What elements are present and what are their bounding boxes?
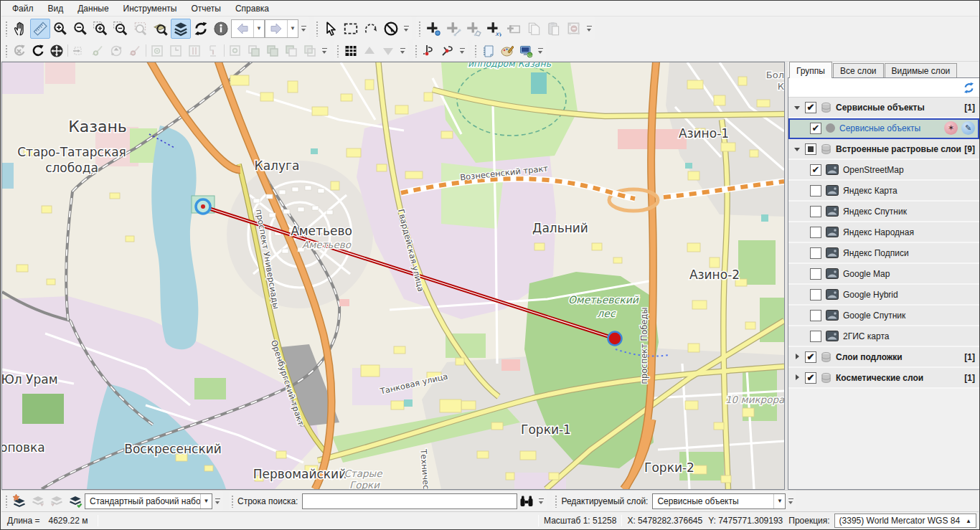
layer-checkbox[interactable] <box>810 206 821 217</box>
copy-object-button[interactable] <box>524 19 544 39</box>
add-point-button[interactable] <box>423 19 443 39</box>
region-clip-button[interactable] <box>301 42 319 60</box>
menu-view[interactable]: Вид <box>42 1 70 16</box>
remove-vertex-button[interactable] <box>126 42 144 60</box>
clear-selection-button[interactable] <box>381 19 401 39</box>
rotate-vertex-button[interactable] <box>107 42 126 60</box>
layer-row[interactable]: Яндекс Спутник <box>788 202 979 222</box>
toolbar-overflow[interactable] <box>321 44 329 58</box>
layer-checkbox[interactable] <box>810 164 821 176</box>
layer-checkbox-partial[interactable] <box>805 143 816 155</box>
layer-checkbox[interactable] <box>805 351 816 363</box>
layer-checkbox[interactable] <box>810 123 821 134</box>
layer-checkbox[interactable] <box>805 102 816 113</box>
layer-row[interactable]: Яндекс Подписи <box>788 243 979 264</box>
style-palette-button[interactable] <box>498 42 517 60</box>
zoom-to-selection-button[interactable] <box>151 19 171 39</box>
layer-checkbox[interactable] <box>810 247 821 259</box>
zoom-out-rect-button[interactable] <box>110 19 131 39</box>
layer-row[interactable]: Google Map <box>788 264 979 285</box>
toolbar-grip[interactable] <box>230 494 235 508</box>
menu-reports[interactable]: Отчеты <box>184 1 227 16</box>
move-down-button[interactable] <box>379 42 397 60</box>
select-cursor-button[interactable] <box>321 19 341 39</box>
tab-all-layers[interactable]: Все слои <box>833 63 884 78</box>
add-polygon-button[interactable] <box>463 19 484 39</box>
layer-row[interactable]: Яндекс Народная <box>788 222 979 243</box>
nav-forward-button[interactable]: ▼ <box>265 19 298 38</box>
toolbar-overflow[interactable] <box>300 22 308 36</box>
select-rectangle-button[interactable] <box>341 19 361 39</box>
projection-select[interactable]: (3395) World Mercator WGS 84 ▲ <box>834 514 976 528</box>
object-info-button[interactable] <box>211 19 231 39</box>
layer-row[interactable]: Google Hybrid <box>788 285 979 306</box>
layer-row[interactable]: Google Спутник <box>788 306 979 326</box>
zoom-to-layer-button[interactable]: ✶ <box>944 121 958 135</box>
delete-object-button[interactable] <box>564 19 584 39</box>
nav-back-button[interactable]: ▼ <box>231 19 265 38</box>
layer-row[interactable]: OpenStreetMap <box>788 160 979 181</box>
layer-checkbox[interactable] <box>810 185 821 197</box>
region-subtract-button[interactable] <box>282 42 301 60</box>
snap-to-edge-button[interactable] <box>438 42 457 60</box>
expander-open-icon[interactable] <box>794 104 801 111</box>
refresh-map-button[interactable] <box>191 19 211 39</box>
topology-add-button[interactable] <box>148 42 166 60</box>
tab-visible-layers[interactable]: Видимые слои <box>885 63 958 78</box>
layer-group-row[interactable]: Слои подложки [1] <box>788 347 979 368</box>
topology-merge-button[interactable] <box>166 42 185 60</box>
layer-group-row[interactable]: Встроенные растровые слои [9] <box>788 139 979 160</box>
layer-checkbox[interactable] <box>805 372 816 384</box>
zoom-previous-button[interactable] <box>131 19 151 39</box>
expander-open-icon[interactable] <box>794 146 801 153</box>
paste-object-button[interactable] <box>544 19 564 39</box>
layer-checkbox[interactable] <box>810 268 821 280</box>
zoom-in-button[interactable] <box>50 19 70 39</box>
layer-filter-input[interactable] <box>788 78 958 97</box>
layer-row-selected[interactable]: Сервисные объекты ✶ ✎ <box>788 118 979 139</box>
toolbar-grip[interactable] <box>315 20 319 37</box>
expander-closed-icon[interactable] <box>794 354 801 361</box>
add-vertex-button[interactable] <box>88 42 107 60</box>
region-add-button[interactable] <box>226 42 245 60</box>
region-intersect-button[interactable] <box>245 42 263 60</box>
edit-layer-select-caret[interactable]: ▼ <box>773 494 785 508</box>
rotate-object-button[interactable] <box>29 42 47 60</box>
toolbar-grip[interactable] <box>473 44 478 57</box>
expander-closed-icon[interactable] <box>794 374 801 382</box>
region-union-button[interactable] <box>263 42 282 60</box>
toolbar-grip[interactable] <box>414 44 418 57</box>
refresh-layers-icon[interactable] <box>963 82 975 94</box>
add-point-xy-button[interactable]: xy <box>484 19 504 39</box>
measurement-end-point[interactable] <box>608 332 622 346</box>
layer-checkbox[interactable] <box>810 227 821 238</box>
workset-select[interactable]: Стандартный рабочий набор ▼ <box>85 493 212 509</box>
toolbar-overflow[interactable] <box>214 494 222 508</box>
search-input[interactable] <box>302 493 517 509</box>
zoom-in-rect-button[interactable] <box>90 19 110 39</box>
display-settings-button[interactable] <box>517 42 535 60</box>
toolbar-overflow[interactable] <box>402 22 411 36</box>
menu-file[interactable]: Файл <box>6 1 40 16</box>
layers-visibility-button[interactable] <box>171 19 191 39</box>
layer-checkbox[interactable] <box>810 331 821 342</box>
workset-apply-button[interactable] <box>66 492 85 511</box>
add-line-button[interactable] <box>443 19 463 39</box>
layer-checkbox[interactable] <box>810 310 821 321</box>
workset-select-caret[interactable]: ▼ <box>200 494 212 508</box>
toolbar-grip[interactable] <box>4 44 9 57</box>
toolbar-overflow[interactable] <box>399 44 407 58</box>
edit-layer-select[interactable]: Сервисные объекты ▼ <box>652 493 786 509</box>
workset-export-button[interactable] <box>29 492 47 511</box>
layer-row[interactable]: Яндекс Карта <box>788 181 979 202</box>
move-up-button[interactable] <box>360 42 379 60</box>
nav-forward-dropdown[interactable]: ▼ <box>287 20 298 37</box>
notes-button[interactable] <box>479 42 498 60</box>
menu-help[interactable]: Справка <box>229 1 275 16</box>
topology-split-button[interactable] <box>185 42 204 60</box>
zoom-out-button[interactable] <box>70 19 90 39</box>
layer-group-row[interactable]: Косметические слои [1] <box>788 368 979 389</box>
toolbar-overflow[interactable] <box>585 22 594 36</box>
offset-contour-button[interactable] <box>70 42 88 60</box>
topology-cut-button[interactable] <box>204 42 222 60</box>
